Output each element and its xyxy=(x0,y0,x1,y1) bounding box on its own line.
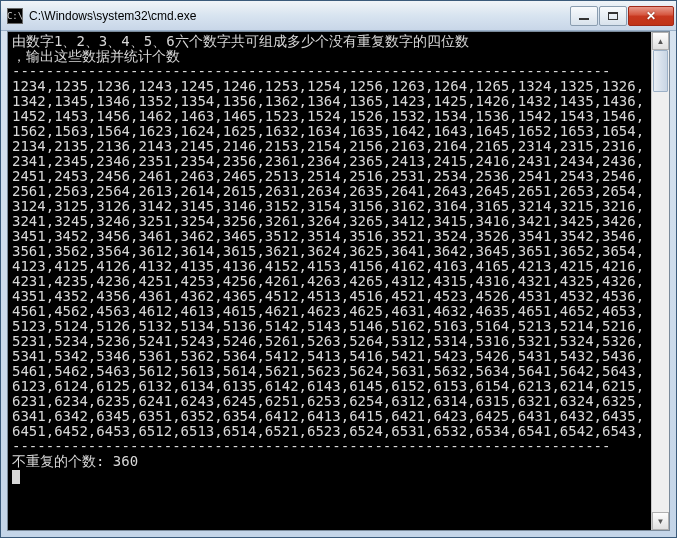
prompt-line-1: 由数字1、2、3、4、5、6六个数字共可组成多少个没有重复数字的四位数 xyxy=(12,33,469,49)
scroll-down-button[interactable]: ▼ xyxy=(652,512,669,530)
prompt-line-2: ，输出这些数据并统计个数 xyxy=(12,48,180,64)
separator-bottom: ----------------------------------------… xyxy=(12,438,610,454)
close-icon: ✕ xyxy=(646,9,656,23)
scroll-up-button[interactable]: ▲ xyxy=(652,32,669,50)
result-value: 360 xyxy=(113,453,138,469)
result-label: 不重复的个数: xyxy=(12,453,113,469)
window-frame: C:\ C:\Windows\system32\cmd.exe ✕ 由数字1、2… xyxy=(0,0,677,538)
chevron-up-icon: ▲ xyxy=(657,37,665,46)
chevron-down-icon: ▼ xyxy=(657,517,665,526)
window-controls: ✕ xyxy=(570,6,674,26)
maximize-icon xyxy=(608,12,618,20)
separator-top: ----------------------------------------… xyxy=(12,63,610,79)
minimize-icon xyxy=(579,18,589,20)
scroll-thumb[interactable] xyxy=(653,50,668,92)
scroll-track[interactable] xyxy=(652,50,669,512)
maximize-button[interactable] xyxy=(599,6,627,26)
numbers-block: 1234,1235,1236,1243,1245,1246,1253,1254,… xyxy=(12,78,644,439)
minimize-button[interactable] xyxy=(570,6,598,26)
window-title: C:\Windows\system32\cmd.exe xyxy=(29,9,570,23)
console-output[interactable]: 由数字1、2、3、4、5、6六个数字共可组成多少个没有重复数字的四位数 ，输出这… xyxy=(8,32,651,530)
close-button[interactable]: ✕ xyxy=(628,6,674,26)
client-area: 由数字1、2、3、4、5、6六个数字共可组成多少个没有重复数字的四位数 ，输出这… xyxy=(7,31,670,531)
vertical-scrollbar[interactable]: ▲ ▼ xyxy=(651,32,669,530)
cmd-icon: C:\ xyxy=(7,8,23,24)
titlebar[interactable]: C:\ C:\Windows\system32\cmd.exe ✕ xyxy=(1,1,676,31)
text-cursor xyxy=(12,470,20,484)
